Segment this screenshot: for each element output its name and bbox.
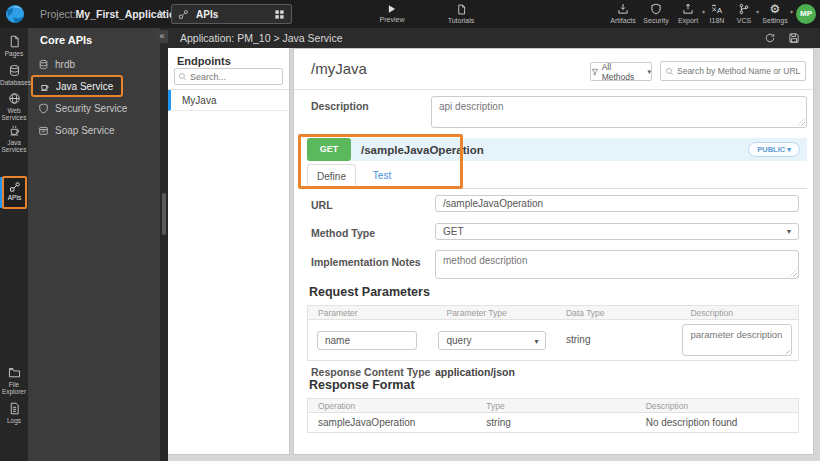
endpoints-title: Endpoints bbox=[177, 55, 231, 67]
response-format-heading: Response Format bbox=[309, 378, 415, 392]
method-type-select[interactable]: GET ▾ bbox=[435, 223, 799, 240]
parameter-description-textarea[interactable]: parameter description bbox=[682, 324, 792, 356]
coffee-icon bbox=[8, 124, 21, 137]
application-bar: Application: PM_10 > Java Service bbox=[168, 28, 820, 48]
core-item-soap-service[interactable]: Soap Service bbox=[28, 119, 160, 141]
sidebar-item-logs[interactable]: Logs bbox=[0, 402, 28, 424]
globe-icon bbox=[8, 92, 21, 105]
caret-down-icon: ▾ bbox=[790, 8, 793, 15]
preview-button[interactable]: Preview bbox=[372, 4, 412, 23]
sidebar-item-apis[interactable]: APIs bbox=[2, 176, 27, 209]
database-icon bbox=[38, 59, 49, 70]
http-method-badge: GET bbox=[307, 138, 351, 161]
search-icon bbox=[665, 67, 674, 76]
branch-icon bbox=[738, 3, 750, 15]
sidebar-item-databases[interactable]: Databases bbox=[0, 64, 28, 86]
resize-grip-icon[interactable] bbox=[789, 269, 797, 277]
application-breadcrumb: Application: PM_10 > Java Service bbox=[180, 28, 343, 48]
i18n-button[interactable]: A I18N bbox=[704, 3, 730, 24]
database-icon bbox=[8, 64, 21, 77]
download-icon bbox=[617, 3, 629, 15]
svg-text:A: A bbox=[717, 6, 722, 15]
description-textarea[interactable]: api description bbox=[431, 96, 807, 128]
resize-grip-icon[interactable] bbox=[797, 118, 805, 126]
core-apis-title: Core APIs bbox=[28, 28, 160, 53]
chevron-right-icon bbox=[156, 8, 166, 20]
methods-filter-dropdown[interactable]: All Methods ▾ bbox=[590, 62, 652, 81]
save-icon[interactable] bbox=[788, 32, 800, 44]
tab-define[interactable]: Define bbox=[307, 164, 356, 189]
operation-cell: sampleJavaOperation bbox=[308, 413, 476, 432]
method-search[interactable] bbox=[660, 61, 806, 81]
response-content-type-value: application/json bbox=[435, 366, 515, 378]
gear-icon: ⚙ bbox=[758, 3, 792, 15]
core-apis-panel: Core APIs hrdb Java Service Security Ser… bbox=[28, 28, 160, 461]
endpoints-search-input[interactable] bbox=[190, 72, 270, 82]
java-service-highlight: Java Service bbox=[31, 75, 123, 97]
sidebar-item-pages[interactable]: Pages bbox=[0, 35, 28, 57]
document-icon bbox=[456, 4, 467, 15]
url-input[interactable] bbox=[435, 195, 799, 212]
service-title: /myJava bbox=[311, 60, 367, 77]
caret-down-icon: ▾ bbox=[534, 333, 538, 351]
security-button[interactable]: Security bbox=[640, 3, 672, 24]
play-icon bbox=[387, 4, 397, 14]
panel-splitter[interactable] bbox=[160, 28, 168, 461]
tutorials-button[interactable]: Tutorials bbox=[438, 4, 484, 24]
implementation-notes-textarea[interactable]: method description bbox=[435, 250, 799, 279]
folder-icon bbox=[8, 366, 21, 379]
java-service-detail-panel: /myJava All Methods ▾ Description api de… bbox=[293, 48, 814, 455]
table-header-row: Parameter Parameter Type Data Type Descr… bbox=[307, 305, 799, 320]
caret-down-icon: ▾ bbox=[647, 68, 651, 76]
vcs-button[interactable]: ▾ VCS bbox=[730, 3, 758, 24]
tab-test[interactable]: Test bbox=[362, 164, 402, 189]
upload-icon bbox=[682, 3, 694, 15]
type-cell: string bbox=[476, 413, 635, 432]
left-icon-rail: Pages Databases Web Services Java Servic… bbox=[0, 28, 28, 461]
visibility-dropdown[interactable]: PUBLIC ▾ bbox=[748, 142, 800, 157]
implementation-notes-label: Implementation Notes bbox=[311, 256, 421, 268]
response-content-type-label: Response Content Type bbox=[311, 366, 430, 378]
core-item-java-service[interactable]: Java Service bbox=[28, 75, 160, 97]
caret-down-icon: ▾ bbox=[787, 145, 791, 154]
table-row: query ▾ string parameter description bbox=[307, 320, 799, 361]
parameter-type-select[interactable]: query ▾ bbox=[438, 331, 546, 350]
page-icon bbox=[8, 35, 21, 48]
parameter-name-input[interactable] bbox=[317, 331, 417, 350]
api-icon bbox=[9, 181, 21, 193]
response-format-table: Operation Type Description sampleJavaOpe… bbox=[307, 398, 799, 433]
sidebar-item-web-services[interactable]: Web Services bbox=[0, 92, 28, 121]
data-type-value: string bbox=[556, 320, 590, 345]
resource-selector[interactable]: APIs bbox=[171, 4, 292, 24]
scrollbar-thumb[interactable] bbox=[162, 193, 166, 235]
api-icon bbox=[178, 9, 189, 20]
coffee-icon bbox=[39, 81, 50, 92]
translate-icon: A bbox=[711, 3, 723, 15]
artifacts-button[interactable]: Artifacts bbox=[606, 3, 640, 24]
operation-row[interactable]: GET /sampleJavaOperation PUBLIC ▾ bbox=[307, 138, 807, 161]
sidebar-item-file-explorer[interactable]: File Explorer bbox=[0, 366, 28, 395]
resize-grip-icon[interactable] bbox=[782, 346, 790, 354]
search-icon bbox=[178, 72, 187, 81]
refresh-icon[interactable] bbox=[764, 32, 776, 44]
filter-icon bbox=[591, 68, 599, 76]
settings-button[interactable]: ⚙ ▾ Settings bbox=[758, 3, 792, 24]
sidebar-item-java-services[interactable]: Java Services bbox=[0, 124, 28, 153]
method-search-input[interactable] bbox=[677, 66, 801, 76]
endpoints-search[interactable] bbox=[174, 68, 283, 85]
wavemaker-logo-icon[interactable] bbox=[5, 4, 25, 24]
core-item-hrdb[interactable]: hrdb bbox=[28, 53, 160, 75]
description-label: Description bbox=[311, 100, 369, 112]
request-parameters-heading: Request Parameters bbox=[309, 285, 430, 299]
top-bar: Project:My_First_Application APIs Previe… bbox=[0, 0, 820, 28]
endpoint-item-myjava[interactable]: MyJava bbox=[168, 90, 289, 111]
table-header-row: Operation Type Description bbox=[307, 398, 799, 413]
request-parameters-table: Parameter Parameter Type Data Type Descr… bbox=[307, 305, 799, 361]
endpoints-panel: Endpoints MyJava bbox=[168, 48, 290, 455]
core-item-security-service[interactable]: Security Service bbox=[28, 97, 160, 119]
grid-icon bbox=[274, 9, 285, 20]
export-button[interactable]: ▾ Export bbox=[672, 3, 704, 24]
collapse-panel-button[interactable]: « bbox=[156, 30, 168, 43]
user-avatar[interactable]: MP bbox=[796, 4, 816, 24]
caret-down-icon: ▾ bbox=[787, 224, 791, 240]
